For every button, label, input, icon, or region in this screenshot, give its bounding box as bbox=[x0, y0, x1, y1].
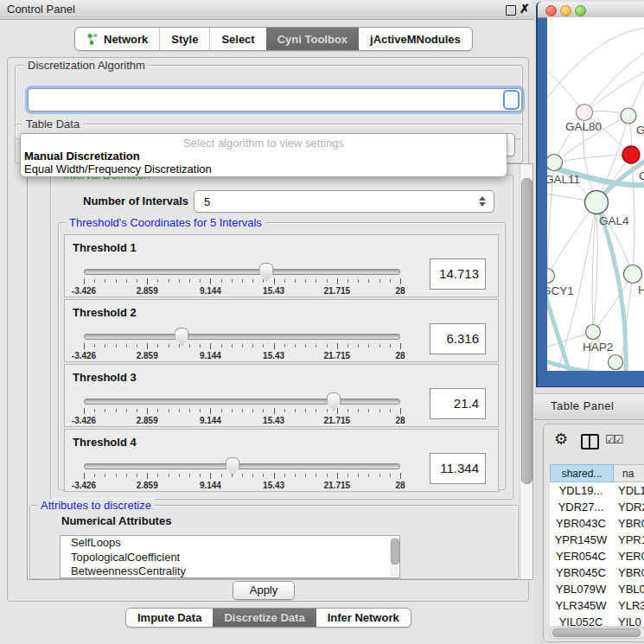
network-node-red[interactable] bbox=[622, 146, 640, 163]
cell-name[interactable]: YER0 bbox=[612, 548, 644, 564]
cell-shared-name[interactable]: YDR27... bbox=[550, 499, 612, 515]
tick-label: 28 bbox=[395, 416, 405, 425]
tab-select[interactable]: Select bbox=[209, 28, 265, 50]
zoom-traffic-light[interactable] bbox=[575, 5, 586, 16]
table-rows: YDL19...YDL1YDR27...YDR2YBR043CYBR0YPR14… bbox=[550, 482, 644, 626]
network-node-g[interactable] bbox=[621, 108, 636, 124]
tick-mark bbox=[284, 409, 285, 412]
table-row[interactable]: YBR045CYBR0 bbox=[550, 564, 644, 581]
network-node-gcy1[interactable] bbox=[547, 269, 555, 284]
attribute-list-item[interactable]: BetweennessCentrality bbox=[61, 564, 399, 578]
network-node-gal80[interactable] bbox=[577, 105, 593, 121]
table-row[interactable]: YBR043CYBR0 bbox=[550, 515, 644, 532]
split-columns-icon[interactable] bbox=[581, 434, 599, 450]
table-row[interactable]: YPR145WYPR1 bbox=[550, 532, 644, 548]
cell-shared-name[interactable]: YLR345W bbox=[550, 597, 612, 614]
threshold-value-field[interactable]: 21.4 bbox=[430, 388, 486, 419]
network-view-window[interactable]: GAL80 G C GAL11 GAL4 GCY1 H HAP2 bbox=[536, 2, 644, 387]
cell-shared-name[interactable]: YPR145W bbox=[550, 532, 612, 548]
scrollbar-thumb[interactable] bbox=[552, 628, 641, 637]
tick-label: -3.426 bbox=[72, 481, 96, 490]
slider-track[interactable] bbox=[84, 269, 400, 275]
scrollbar-thumb[interactable] bbox=[391, 539, 399, 564]
network-node-gal4[interactable] bbox=[585, 191, 609, 214]
cell-name[interactable]: YDR2 bbox=[612, 499, 644, 515]
scrollbar-thumb[interactable] bbox=[521, 178, 532, 484]
cell-name[interactable]: YBR0 bbox=[612, 564, 644, 581]
threshold-value-field[interactable]: 11.344 bbox=[430, 453, 486, 484]
table-row[interactable]: YDR27...YDR2 bbox=[550, 499, 644, 515]
tick-mark bbox=[169, 279, 169, 283]
tick-mark bbox=[84, 278, 85, 284]
attribute-list-item[interactable]: SelfLoops bbox=[61, 536, 399, 551]
algorithm-combobox[interactable] bbox=[28, 88, 522, 112]
network-node-gal11[interactable] bbox=[547, 155, 563, 171]
tab-cyni-toolbox[interactable]: Cyni Toolbox bbox=[266, 28, 359, 50]
tab-style[interactable]: Style bbox=[159, 28, 209, 50]
column-header-shared[interactable]: shared... bbox=[550, 464, 614, 482]
slider-ticks bbox=[84, 343, 400, 350]
checkbox-icons[interactable]: ☑☑ bbox=[605, 433, 622, 446]
slider-track[interactable] bbox=[84, 463, 400, 469]
network-node-h[interactable] bbox=[624, 265, 642, 284]
close-traffic-light[interactable] bbox=[545, 5, 557, 16]
gear-icon[interactable]: ⚙ bbox=[554, 430, 568, 449]
close-icon[interactable]: ✗ bbox=[520, 2, 530, 16]
tick-mark bbox=[390, 409, 391, 412]
table-row[interactable]: YLR345WYLR3 bbox=[550, 597, 644, 614]
settings-scrollbar[interactable] bbox=[520, 164, 532, 579]
table-row[interactable]: YER054CYER0 bbox=[550, 548, 644, 564]
tab-label: Network bbox=[104, 33, 148, 46]
cell-name[interactable]: YDL1 bbox=[612, 482, 644, 499]
num-intervals-combobox[interactable]: 5 bbox=[194, 190, 494, 213]
tick-mark bbox=[179, 279, 180, 283]
tab-network[interactable]: Network bbox=[75, 28, 159, 50]
combo-stepper-icon[interactable] bbox=[503, 90, 520, 110]
cell-shared-name[interactable]: YBR045C bbox=[550, 564, 612, 581]
table-row[interactable]: YIL052CYIL0 bbox=[550, 614, 644, 626]
apply-button[interactable]: Apply bbox=[233, 581, 295, 600]
slider-track[interactable] bbox=[84, 334, 400, 340]
cell-name[interactable]: YLR3 bbox=[612, 597, 644, 614]
node-label-g: G bbox=[636, 124, 644, 137]
popup-option-equal-width[interactable]: Equal Width/Frequency Discretization bbox=[24, 163, 212, 175]
tick-mark bbox=[348, 409, 348, 412]
threshold-value-field[interactable]: 6.316 bbox=[430, 323, 486, 354]
stepper-arrows-icon[interactable] bbox=[478, 196, 486, 207]
cell-name[interactable]: YPR1 bbox=[612, 532, 644, 548]
table-panel-title: Table Panel bbox=[551, 399, 614, 412]
tab-label: Style bbox=[171, 33, 198, 46]
cell-name[interactable]: YBR0 bbox=[612, 515, 644, 532]
attribute-list-item[interactable]: TopologicalCoefficient bbox=[61, 551, 399, 565]
minimize-traffic-light[interactable] bbox=[560, 5, 571, 16]
network-node-bottom[interactable] bbox=[609, 355, 623, 370]
table-row[interactable]: YDL19...YDL1 bbox=[550, 482, 644, 499]
slider-track[interactable] bbox=[84, 399, 400, 405]
table-row[interactable]: YBL079WYBL0 bbox=[550, 581, 644, 597]
tick-mark bbox=[305, 279, 306, 283]
network-canvas[interactable]: GAL80 G C GAL11 GAL4 GCY1 H HAP2 bbox=[547, 17, 644, 371]
node-label-hap2: HAP2 bbox=[583, 341, 613, 354]
popup-option-manual-discretization[interactable]: Manual Discretization bbox=[24, 150, 140, 163]
threshold-value-field[interactable]: 14.713 bbox=[430, 258, 486, 290]
cell-shared-name[interactable]: YIL052C bbox=[550, 614, 612, 626]
tab-jactivemnodules[interactable]: jActiveMNodules bbox=[359, 28, 472, 50]
float-window-icon[interactable] bbox=[506, 5, 516, 16]
tick-mark bbox=[189, 409, 190, 412]
cell-name[interactable]: YIL0 bbox=[612, 614, 644, 626]
cell-shared-name[interactable]: YDL19... bbox=[550, 482, 612, 499]
cell-shared-name[interactable]: YBL079W bbox=[550, 581, 612, 597]
numerical-attributes-list[interactable]: SelfLoopsTopologicalCoefficientBetweenne… bbox=[60, 535, 400, 578]
tab-discretize-data[interactable]: Discretize Data bbox=[213, 609, 316, 627]
cell-name[interactable]: YBL0 bbox=[612, 581, 644, 597]
cell-shared-name[interactable]: YBR043C bbox=[550, 515, 612, 532]
column-header-name[interactable]: na bbox=[614, 464, 644, 482]
network-node-hap2[interactable] bbox=[586, 325, 601, 340]
table-hscrollbar[interactable] bbox=[550, 627, 644, 639]
tab-infer-network[interactable]: Infer Network bbox=[316, 609, 411, 627]
cell-shared-name[interactable]: YER054C bbox=[550, 548, 612, 564]
tab-impute-data[interactable]: Impute Data bbox=[126, 609, 213, 627]
tab-label: Infer Network bbox=[328, 611, 399, 624]
table-data-title: Table Data bbox=[22, 118, 83, 131]
list-scrollbar[interactable] bbox=[390, 537, 399, 577]
